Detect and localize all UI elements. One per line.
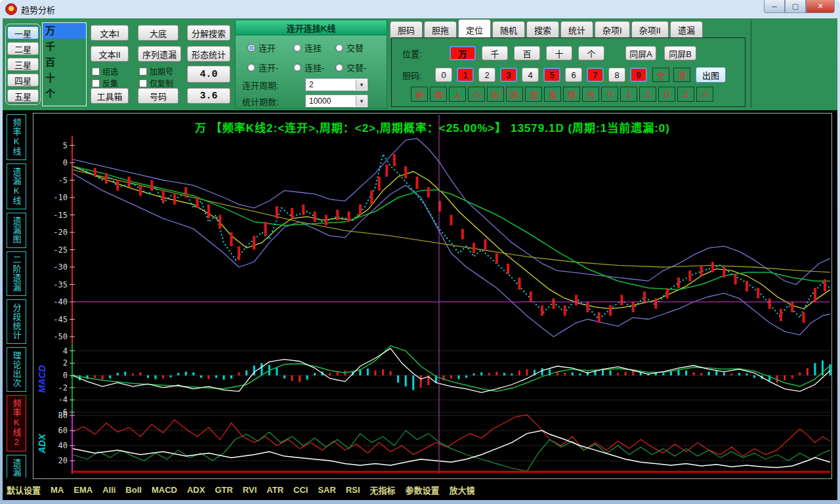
attr-button-X[interactable]: X xyxy=(696,87,713,102)
indicator-item-放大镜[interactable]: 放大镜 xyxy=(450,484,475,496)
indicator-item-SAR[interactable]: SAR xyxy=(318,485,335,495)
attr-button-Z[interactable]: Z xyxy=(677,87,694,102)
indicator-item-GTR[interactable]: GTR xyxy=(215,485,232,495)
same-screen-b-button[interactable]: 同屏B xyxy=(664,46,696,60)
attr-button-直[interactable]: 直 xyxy=(544,87,561,102)
minimize-button[interactable]: ─ xyxy=(764,0,785,13)
position-item-千[interactable]: 千 xyxy=(43,39,86,54)
position-item-百[interactable]: 百 xyxy=(43,54,86,70)
radio-连开-[interactable]: 连开- xyxy=(247,61,278,74)
text1-button[interactable]: 文本I xyxy=(91,25,129,41)
position-item-十[interactable]: 十 xyxy=(43,70,86,86)
fanji-checkbox[interactable]: 反集 xyxy=(92,77,118,89)
position-listbox[interactable]: 万千百十个 xyxy=(42,22,87,106)
same-screen-a-button[interactable]: 同屏A xyxy=(625,46,656,60)
digit-button-8[interactable]: 8 xyxy=(608,68,625,82)
digit-button-2[interactable]: 2 xyxy=(478,68,495,82)
attr-button-阳[interactable]: 阳 xyxy=(506,87,523,102)
tab-胆码[interactable]: 胆码 xyxy=(390,21,423,38)
radio-连挂-[interactable]: 连挂- xyxy=(293,61,324,74)
digit-button-9[interactable]: 9 xyxy=(630,68,647,82)
radio-dot[interactable] xyxy=(335,64,343,72)
tab-杂项I[interactable]: 杂项I xyxy=(595,21,630,38)
tab-遗漏[interactable]: 遗漏 xyxy=(670,21,703,38)
checkbox-box[interactable] xyxy=(139,79,147,87)
star-button-一星[interactable]: 一星 xyxy=(7,26,39,39)
position-item-万[interactable]: 万 xyxy=(43,23,86,39)
digit-button-3[interactable]: 3 xyxy=(500,68,517,82)
fenjie-search-button[interactable]: 分解搜索 xyxy=(187,25,230,41)
sidebar-item-遗漏K线[interactable]: 遗漏K线 xyxy=(7,163,26,209)
attr-button-1[interactable]: 1 xyxy=(620,87,637,102)
sidebar-item-频率K线[interactable]: 频率K线 xyxy=(7,114,26,160)
radio-dot[interactable] xyxy=(335,44,343,52)
clear-button[interactable]: 清 xyxy=(673,68,690,82)
radio-连开[interactable]: 连开 xyxy=(247,41,276,54)
dadi-button[interactable]: 大底 xyxy=(138,25,178,41)
xingtai-stat-button[interactable]: 形态统计 xyxy=(187,46,230,62)
indicator-item-ADX[interactable]: ADX xyxy=(187,485,205,495)
position-item-个[interactable]: 个 xyxy=(43,86,86,102)
indicator-item-RVI[interactable]: RVI xyxy=(243,485,257,495)
version-36-button[interactable]: 3.6 xyxy=(187,88,230,104)
sidebar-item-遗漏图[interactable]: 遗漏图 xyxy=(7,213,26,248)
digit-button-0[interactable]: 0 xyxy=(435,68,452,82)
digit-button-6[interactable]: 6 xyxy=(565,68,582,82)
attr-button-0[interactable]: 0 xyxy=(601,87,618,102)
radio-交替-[interactable]: 交替- xyxy=(335,61,366,74)
position-button-百[interactable]: 百 xyxy=(514,46,540,60)
tab-统计[interactable]: 统计 xyxy=(560,21,593,38)
radio-交替[interactable]: 交替 xyxy=(335,41,364,54)
tab-定位[interactable]: 定位 xyxy=(458,19,491,38)
indicator-item-MA[interactable]: MA xyxy=(51,485,64,495)
count-dropdown[interactable]: 10000 ▼ xyxy=(305,94,368,108)
digit-button-7[interactable]: 7 xyxy=(587,68,604,82)
chevron-down-icon[interactable]: ▼ xyxy=(356,79,367,90)
maximize-button[interactable]: ▢ xyxy=(785,0,806,13)
indicator-item-默认设置[interactable]: 默认设置 xyxy=(7,484,41,496)
text2-button[interactable]: 文本II xyxy=(91,46,129,62)
attr-button-偶[interactable]: 偶 xyxy=(430,87,447,102)
radio-dot[interactable] xyxy=(247,44,255,52)
zuxuan-checkbox[interactable]: 组选 xyxy=(92,66,118,77)
sidebar-item-遗漏K线2[interactable]: 遗漏K线2 xyxy=(7,455,26,478)
jiaqihao-checkbox[interactable]: 加期号 xyxy=(139,66,173,77)
star-button-四星[interactable]: 四星 xyxy=(7,74,39,87)
period-dropdown[interactable]: 2 ▼ xyxy=(305,78,368,91)
version-40-button[interactable]: 4.0 xyxy=(187,66,230,83)
tab-胆拖[interactable]: 胆拖 xyxy=(424,21,457,38)
attr-button-阴[interactable]: 阴 xyxy=(487,87,504,102)
title-bar[interactable]: 趋势分析 ─ ▢ ✕ xyxy=(0,0,840,18)
indicator-item-参数设置[interactable]: 参数设置 xyxy=(406,484,440,496)
attr-button-质[interactable]: 质 xyxy=(563,87,580,102)
position-button-十[interactable]: 十 xyxy=(546,46,572,60)
toolbox-button[interactable]: 工具箱 xyxy=(91,88,129,104)
indicator-item-EMA[interactable]: EMA xyxy=(74,485,93,495)
plot-button[interactable]: 出图 xyxy=(696,67,726,83)
tab-随机[interactable]: 随机 xyxy=(492,21,525,38)
attr-button-合[interactable]: 合 xyxy=(582,87,599,102)
digit-button-5[interactable]: 5 xyxy=(543,68,560,82)
checkbox-box[interactable] xyxy=(92,68,100,75)
attr-button-2[interactable]: 2 xyxy=(639,87,656,102)
close-button[interactable]: ✕ xyxy=(806,0,835,13)
indicator-item-RSI[interactable]: RSI xyxy=(346,485,360,495)
sidebar-item-二阶遗漏[interactable]: 二阶遗漏 xyxy=(7,251,26,296)
sidebar-item-频率K线2[interactable]: 频率K线2 xyxy=(7,395,26,452)
position-button-个[interactable]: 个 xyxy=(578,46,604,60)
radio-dot[interactable] xyxy=(293,64,301,72)
attr-button-奇[interactable]: 奇 xyxy=(411,87,428,102)
star-button-二星[interactable]: 二星 xyxy=(7,42,39,55)
indicator-item-Alli[interactable]: Alli xyxy=(102,485,116,495)
radio-dot[interactable] xyxy=(247,64,255,72)
digit-button-4[interactable]: 4 xyxy=(522,68,539,82)
attr-button-小[interactable]: 小 xyxy=(468,87,485,102)
chevron-down-icon[interactable]: ▼ xyxy=(356,96,367,106)
checkbox-box[interactable] xyxy=(139,68,147,75)
attr-button-大[interactable]: 大 xyxy=(449,87,466,102)
jinfuzhi-checkbox[interactable]: 仅复制 xyxy=(139,77,173,89)
attr-button-曲[interactable]: 曲 xyxy=(525,87,542,102)
tab-杂项II[interactable]: 杂项II xyxy=(631,21,669,38)
indicator-item-Boll[interactable]: Boll xyxy=(125,485,142,495)
indicator-item-ATR[interactable]: ATR xyxy=(266,485,284,495)
